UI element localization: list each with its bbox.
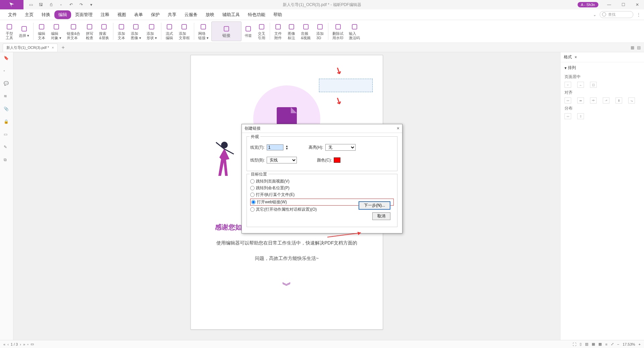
ribbon-add-shape[interactable]: 添加形状 ▾ [144, 21, 160, 41]
ribbon-article[interactable]: 添加文章框 [176, 21, 193, 41]
user-badge[interactable]: A - Sh3n [578, 2, 598, 7]
menu-云服务[interactable]: 云服务 [180, 10, 202, 19]
menu-视图[interactable]: 视图 [113, 10, 130, 19]
menu-页面管理[interactable]: 页面管理 [71, 10, 97, 19]
ribbon-attach[interactable]: 文件附件 [271, 21, 285, 41]
layers-panel-icon[interactable]: ≋ [4, 94, 10, 100]
panel-close-icon[interactable]: × [575, 55, 577, 60]
help-icon[interactable]: ⋮ [637, 12, 641, 17]
menu-注释[interactable]: 注释 [97, 10, 113, 19]
menu-特色功能[interactable]: 特色功能 [244, 10, 269, 19]
zoom-level[interactable]: 17.53% [623, 342, 635, 346]
maximize-button[interactable]: ☐ [616, 0, 630, 9]
ribbon-annot[interactable]: 图像标注 [285, 21, 298, 41]
ribbon-watermark[interactable]: 删除试用水印 [330, 21, 346, 41]
two-page-icon[interactable]: ▦ [592, 342, 595, 346]
goto-named-radio[interactable] [250, 186, 255, 190]
align-left-icon[interactable]: ⬰ [565, 97, 571, 103]
page-indicator[interactable]: 1 / 3 [11, 342, 18, 346]
menu-放映[interactable]: 放映 [202, 10, 218, 19]
ribbon-bookmark[interactable]: 书签 [241, 21, 255, 41]
ribbon-select[interactable]: 选择 ▾ [16, 21, 32, 41]
align-center-icon[interactable]: ⬌ [577, 97, 584, 103]
prev-page-icon[interactable]: ‹ [7, 342, 9, 346]
menu-辅助工具[interactable]: 辅助工具 [218, 10, 244, 19]
undo-icon[interactable]: ↶ [68, 2, 74, 7]
open-icon[interactable]: ▭ [28, 2, 34, 7]
ribbon-edit-obj[interactable]: 编辑对象 ▾ [48, 21, 64, 41]
menu-转换[interactable]: 转换 [38, 10, 54, 19]
distribute-h-icon[interactable]: ⇿ [565, 113, 571, 119]
qat-more-icon[interactable]: ▾ [89, 2, 94, 7]
save-icon[interactable]: 🖫 [38, 2, 44, 7]
page-layout-icon[interactable]: ▫ [27, 342, 29, 346]
comments-panel-icon[interactable]: 💬 [4, 81, 10, 87]
page-icon[interactable]: ▫ [58, 2, 64, 7]
menu-共享[interactable]: 共享 [164, 10, 180, 19]
color-swatch[interactable] [334, 157, 340, 163]
align-middle-icon[interactable]: ⬍ [615, 97, 622, 103]
list-view-icon[interactable]: ▤ [637, 45, 641, 50]
attachments-panel-icon[interactable]: 📎 [4, 107, 10, 113]
center-v-icon[interactable]: ⫠ [577, 82, 584, 88]
document-tab[interactable]: 新人引导(1)_OCR(3).pdf * × [3, 44, 58, 52]
cancel-button[interactable]: 取消 [372, 212, 390, 220]
format-panel-tab[interactable]: 格式 × [560, 52, 644, 62]
ribbon-3d[interactable]: 添加3D [313, 21, 327, 41]
fit-icon[interactable]: ⤢ [611, 342, 614, 346]
line-type-select[interactable]: 实线 [267, 157, 297, 163]
distribute-v-icon[interactable]: ⇳ [577, 113, 584, 119]
ribbon-crossref[interactable]: 交叉引用 [255, 21, 268, 41]
menu-文件[interactable]: 文件 [4, 10, 21, 19]
signatures-panel-icon[interactable]: ✎ [4, 145, 10, 151]
ribbon-options-icon[interactable]: ⌄ [593, 12, 596, 17]
spinner-icon[interactable]: ▲▼ [285, 145, 288, 150]
ribbon-activate[interactable]: 输入激活码 [346, 21, 363, 41]
continuous-icon[interactable]: ▥ [585, 342, 588, 346]
ribbon-spell[interactable]: 拼写检查 [83, 21, 96, 41]
center-h-icon[interactable]: ⫟ [565, 82, 571, 88]
ribbon-edit-text[interactable]: 编辑文本 [35, 21, 48, 41]
ribbon-link[interactable]: 链接 [211, 21, 241, 41]
link-selection-rect[interactable] [319, 79, 373, 92]
fields-panel-icon[interactable]: ▭ [4, 132, 10, 138]
reflow-icon[interactable]: ≡ [605, 342, 607, 346]
redo-icon[interactable]: ↷ [78, 2, 84, 7]
zoom-out-icon[interactable]: − [617, 342, 619, 346]
two-continuous-icon[interactable]: ▩ [598, 342, 602, 346]
bookmark-panel-icon[interactable]: 🔖 [4, 56, 10, 62]
pages-panel-icon[interactable]: ▫ [4, 68, 10, 74]
collapse-icon[interactable]: ▾ [565, 66, 567, 70]
tags-panel-icon[interactable]: ⧉ [4, 157, 10, 163]
other-action-radio[interactable] [250, 207, 255, 212]
ribbon-search-replace[interactable]: 搜索&替换 [96, 21, 111, 41]
search-input[interactable]: 查找 [600, 11, 633, 18]
ribbon-hand[interactable]: 手型工具 [3, 21, 16, 41]
ribbon-link-merge[interactable]: 链接&合并文本 [64, 21, 83, 41]
goto-page-radio[interactable] [250, 179, 255, 184]
menu-表单[interactable]: 表单 [130, 10, 147, 19]
ribbon-add-text[interactable]: 添加文本 [115, 21, 128, 41]
menu-主页[interactable]: 主页 [21, 10, 38, 19]
ribbon-media[interactable]: 音频&视频 [298, 21, 313, 41]
first-page-icon[interactable]: « [3, 342, 5, 346]
align-bottom-icon[interactable]: ⬎ [628, 97, 635, 103]
ribbon-flow[interactable]: 流式编辑 [163, 21, 176, 41]
single-page-icon[interactable]: ▯ [580, 342, 582, 346]
align-top-icon[interactable]: ⬏ [603, 97, 609, 103]
line-width-input[interactable] [267, 144, 283, 150]
ribbon-add-image[interactable]: 添加图像 ▾ [128, 21, 144, 41]
last-page-icon[interactable]: » [23, 342, 25, 346]
page-layout2-icon[interactable]: ▭ [31, 342, 34, 346]
zoom-in-icon[interactable]: + [639, 342, 641, 346]
menu-帮助[interactable]: 帮助 [269, 10, 286, 19]
dialog-close-icon[interactable]: × [397, 126, 399, 131]
minimize-button[interactable]: — [602, 0, 616, 9]
highlight-select[interactable]: 无 [325, 144, 356, 151]
grid-view-icon[interactable]: ▦ [631, 45, 634, 50]
align-right-icon[interactable]: ⬲ [590, 97, 597, 103]
next-button[interactable]: 下一步(N)... [359, 201, 390, 210]
close-button[interactable]: ✕ [631, 0, 644, 9]
open-web-radio[interactable] [251, 200, 256, 204]
security-panel-icon[interactable]: 🔒 [4, 119, 10, 125]
